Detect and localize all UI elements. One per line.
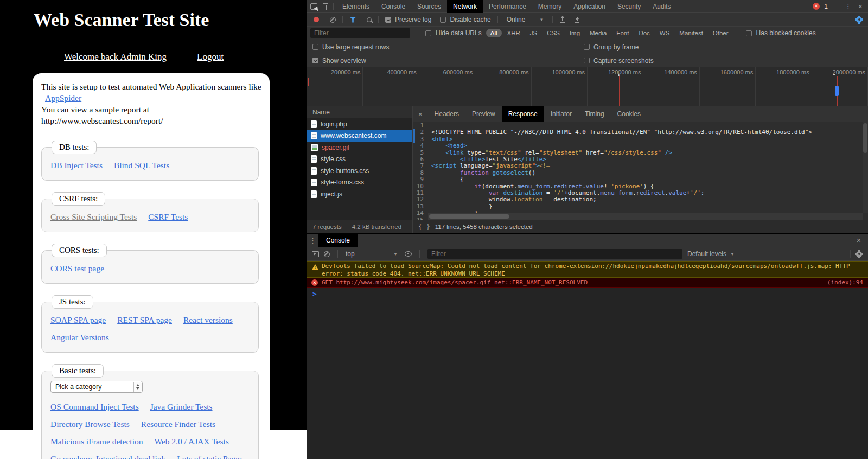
close-detail-icon[interactable]: × <box>413 110 428 118</box>
detail-tab-headers[interactable]: Headers <box>428 106 465 122</box>
tab-application[interactable]: Application <box>567 0 611 13</box>
record-icon[interactable] <box>314 17 319 22</box>
request-row-spacer-gif[interactable]: spacer.gif <box>307 142 412 154</box>
link-cors-test-page[interactable]: CORS test page <box>50 263 104 274</box>
link-rest-spa-page[interactable]: REST SPA page <box>117 314 172 326</box>
large-rows-checkbox[interactable] <box>312 44 318 50</box>
link-go-nowhere-intentional-dead-link[interactable]: Go nowhere. Intentional dead link <box>50 453 165 459</box>
vertical-scrollbar[interactable] <box>863 122 868 213</box>
tab-elements[interactable]: Elements <box>336 0 375 13</box>
request-row-style-forms-css[interactable]: style-forms.css <box>307 177 412 189</box>
error-badge-icon[interactable]: × <box>813 3 820 10</box>
horizontal-scrollbar[interactable] <box>428 213 863 220</box>
welcome-link[interactable]: Welcome back Admin King <box>64 52 167 62</box>
show-overview-checkbox[interactable] <box>312 58 318 63</box>
context-dropdown[interactable]: top ▼ <box>346 250 400 258</box>
pill-img[interactable]: Img <box>565 29 584 37</box>
inspect-element-icon[interactable] <box>310 3 317 10</box>
horizontal-scrollbar-thumb[interactable] <box>429 214 509 219</box>
pill-doc[interactable]: Doc <box>634 29 654 37</box>
error-source-link[interactable]: (index):94 <box>827 279 868 286</box>
request-row-style-css[interactable]: style.css <box>307 154 412 165</box>
tab-network[interactable]: Network <box>447 0 483 13</box>
link-resource-finder-tests[interactable]: Resource Finder Tests <box>141 418 215 430</box>
network-overview-timeline[interactable]: 200000 ms400000 ms600000 ms800000 ms1000… <box>307 67 868 106</box>
pill-xhr[interactable]: XHR <box>503 29 525 37</box>
detail-tab-cookies[interactable]: Cookies <box>611 106 647 122</box>
detail-tab-response[interactable]: Response <box>502 106 544 122</box>
tab-console[interactable]: Console <box>375 0 411 13</box>
link-angular-versions[interactable]: Angular Versions <box>50 331 109 343</box>
pill-font[interactable]: Font <box>612 29 633 37</box>
devtools-close-icon[interactable]: × <box>858 2 863 11</box>
network-filter-input[interactable] <box>310 28 410 38</box>
pill-media[interactable]: Media <box>585 29 611 37</box>
group-by-frame-checkbox[interactable] <box>584 44 590 50</box>
tab-performance[interactable]: Performance <box>483 0 532 13</box>
disable-cache-checkbox[interactable] <box>440 17 446 23</box>
link-directory-browse-tests[interactable]: Directory Browse Tests <box>50 418 130 430</box>
close-drawer-icon[interactable]: × <box>857 236 868 245</box>
hide-data-urls-label: Hide data URLs <box>436 29 482 37</box>
drawer-menu-icon[interactable]: ⋮ <box>307 237 318 245</box>
failed-request-link[interactable]: http://www.mightyseek.com/images/spacer.… <box>336 279 491 286</box>
logout-link[interactable]: Logout <box>197 52 224 62</box>
response-editor[interactable]: 12<!DOCTYPE HTML PUBLIC "-//W3C//DTD HTM… <box>413 122 868 220</box>
console-input-area[interactable]: > <box>307 288 868 459</box>
devtools-menu-icon[interactable]: ⋮ <box>843 2 854 10</box>
link-java-grinder-tests[interactable]: Java Grinder Tests <box>150 401 213 412</box>
filter-icon[interactable] <box>349 17 356 23</box>
detail-tab-initiator[interactable]: Initiator <box>544 106 578 122</box>
pill-manifest[interactable]: Manifest <box>675 29 707 37</box>
network-settings-gear-icon[interactable] <box>856 17 862 23</box>
appspider-link[interactable]: AppSpider <box>45 93 81 103</box>
device-toolbar-icon[interactable] <box>323 3 330 10</box>
has-blocked-cookies-checkbox[interactable] <box>746 30 752 36</box>
clear-console-icon[interactable] <box>324 251 330 257</box>
console-sidebar-icon[interactable] <box>312 251 319 257</box>
capture-screenshots-checkbox[interactable] <box>584 58 590 63</box>
export-har-icon[interactable] <box>574 16 580 23</box>
detail-tab-timing[interactable]: Timing <box>578 106 611 122</box>
pill-ws[interactable]: WS <box>655 29 674 37</box>
link-react-versions[interactable]: React versions <box>183 314 233 326</box>
category-select[interactable]: Pick a category <box>50 381 143 393</box>
overview-tick: 600000 ms <box>419 67 475 106</box>
request-row-www-webscantest-com[interactable]: www.webscantest.com <box>307 130 412 142</box>
link-malicious-iframe-detection[interactable]: Malicious iFrame detection <box>50 436 143 447</box>
preserve-log-checkbox[interactable] <box>385 17 391 23</box>
live-expression-icon[interactable] <box>405 251 412 257</box>
link-csrf-tests[interactable]: CSRF Tests <box>148 211 188 222</box>
console-settings-gear-icon[interactable] <box>856 251 862 257</box>
link-blind-sql-tests[interactable]: Blind SQL Tests <box>114 160 169 171</box>
sourcemap-link[interactable]: chrome-extension://hdokiejnpimakedhajhdl… <box>545 263 828 270</box>
pill-all[interactable]: All <box>486 29 502 37</box>
detail-tab-preview[interactable]: Preview <box>465 106 502 122</box>
link-db-inject-tests[interactable]: DB Inject Tests <box>50 160 103 171</box>
clear-icon[interactable] <box>330 17 336 23</box>
request-row-style-buttons-css[interactable]: style-buttons.css <box>307 165 412 177</box>
console-tab[interactable]: Console <box>318 234 358 247</box>
request-row-inject-js[interactable]: inject.js <box>307 188 412 200</box>
tab-security[interactable]: Security <box>611 0 647 13</box>
link-soap-spa-page[interactable]: SOAP SPA page <box>50 314 106 326</box>
hide-data-urls-checkbox[interactable] <box>425 30 431 36</box>
pill-other[interactable]: Other <box>709 29 733 37</box>
link-os-command-inject-tests[interactable]: OS Command Inject Tests <box>50 401 139 412</box>
tab-audits[interactable]: Audits <box>647 0 676 13</box>
link-web-2-0-ajax-tests[interactable]: Web 2.0 / AJAX Tests <box>154 436 228 447</box>
search-icon[interactable] <box>367 17 372 22</box>
request-row-login-php[interactable]: login.php <box>307 118 412 130</box>
link-cross-site-scripting-tests[interactable]: Cross Site Scripting Tests <box>50 211 137 222</box>
import-har-icon[interactable] <box>559 16 565 23</box>
console-filter-input[interactable] <box>427 249 682 259</box>
vertical-scrollbar-thumb[interactable] <box>863 123 867 153</box>
link-lots-of-static-pages[interactable]: Lots of static Pages <box>177 453 242 459</box>
log-levels-dropdown[interactable]: Default levels ▼ <box>687 250 735 258</box>
format-braces-icon[interactable]: { } <box>418 223 430 231</box>
tab-sources[interactable]: Sources <box>411 0 447 13</box>
pill-js[interactable]: JS <box>526 29 541 37</box>
throttling-dropdown[interactable]: Online ▼ <box>505 16 546 23</box>
pill-css[interactable]: CSS <box>542 29 564 37</box>
tab-memory[interactable]: Memory <box>532 0 567 13</box>
